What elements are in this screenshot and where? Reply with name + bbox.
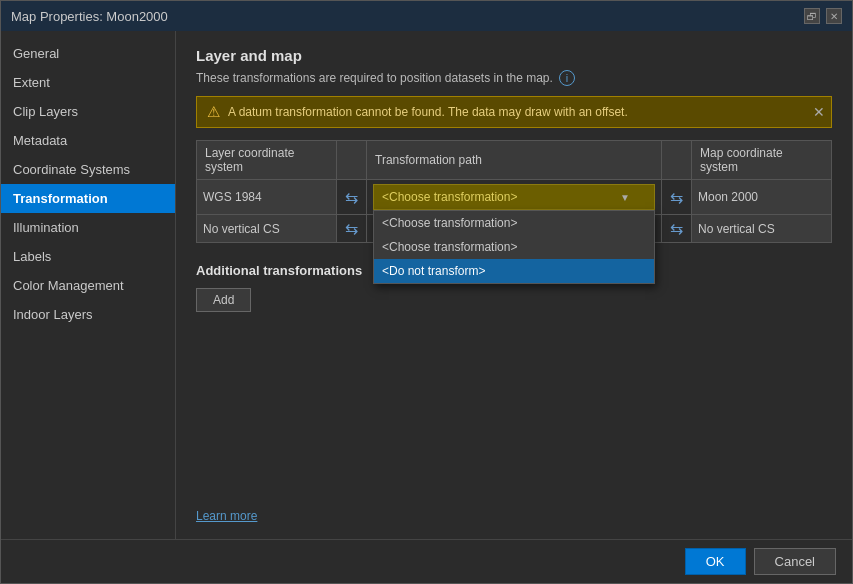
minimize-button[interactable]: 🗗 — [804, 8, 820, 24]
cancel-button[interactable]: Cancel — [754, 548, 836, 575]
learn-more-link[interactable]: Learn more — [196, 509, 257, 523]
sidebar-item-metadata[interactable]: Metadata — [1, 126, 175, 155]
sidebar-item-extent[interactable]: Extent — [1, 68, 175, 97]
col-layer-cs: Layer coordinate system — [197, 141, 337, 180]
sidebar-item-labels[interactable]: Labels — [1, 242, 175, 271]
dropdown-option-3[interactable]: <Do not transform> — [374, 259, 654, 283]
dropdown-menu: <Choose transformation> <Choose transfor… — [373, 210, 655, 284]
warning-icon: ⚠ — [207, 103, 220, 121]
section-title: Layer and map — [196, 47, 832, 64]
add-button[interactable]: Add — [196, 288, 251, 312]
warning-banner: ⚠ A datum transformation cannot be found… — [196, 96, 832, 128]
close-button[interactable]: ✕ — [826, 8, 842, 24]
section-desc-text: These transformations are required to po… — [196, 71, 553, 85]
sidebar-item-indoor-layers[interactable]: Indoor Layers — [1, 300, 175, 329]
title-bar: Map Properties: Moon2000 🗗 ✕ — [1, 1, 852, 31]
sidebar: General Extent Clip Layers Metadata Coor… — [1, 31, 176, 539]
col-map-cs: Map coordinate system — [692, 141, 832, 180]
dialog-body: General Extent Clip Layers Metadata Coor… — [1, 31, 852, 539]
row1-map-cs: Moon 2000 — [692, 180, 832, 215]
sidebar-item-color-management[interactable]: Color Management — [1, 271, 175, 300]
dialog: Map Properties: Moon2000 🗗 ✕ General Ext… — [0, 0, 853, 584]
sidebar-item-general[interactable]: General — [1, 39, 175, 68]
table-row-1: WGS 1984 ⇆ <Choose transformation> ▼ <Ch… — [197, 180, 832, 215]
warning-close-button[interactable]: ✕ — [813, 104, 825, 120]
title-bar-controls: 🗗 ✕ — [804, 8, 842, 24]
row1-arrow-left: ⇆ — [337, 180, 367, 215]
transformation-dropdown-container: <Choose transformation> ▼ <Choose transf… — [373, 184, 655, 210]
dialog-title: Map Properties: Moon2000 — [11, 9, 168, 24]
info-icon[interactable]: i — [559, 70, 575, 86]
main-content: Layer and map These transformations are … — [176, 31, 852, 539]
dialog-footer: OK Cancel — [1, 539, 852, 583]
row2-arrow-left: ⇆ — [337, 215, 367, 243]
row2-arrow-right: ⇆ — [662, 215, 692, 243]
sidebar-item-clip-layers[interactable]: Clip Layers — [1, 97, 175, 126]
transformation-dropdown[interactable]: <Choose transformation> ▼ — [373, 184, 655, 210]
dropdown-option-1[interactable]: <Choose transformation> — [374, 211, 654, 235]
col-arrow-header — [337, 141, 367, 180]
sidebar-item-illumination[interactable]: Illumination — [1, 213, 175, 242]
col-transformation-path: Transformation path — [367, 141, 662, 180]
dropdown-selected-value: <Choose transformation> — [382, 190, 517, 204]
dropdown-option-2[interactable]: <Choose transformation> — [374, 235, 654, 259]
sidebar-item-coordinate-systems[interactable]: Coordinate Systems — [1, 155, 175, 184]
transformation-table: Layer coordinate system Transformation p… — [196, 140, 832, 243]
warning-text: A datum transformation cannot be found. … — [228, 105, 628, 119]
ok-button[interactable]: OK — [685, 548, 746, 575]
row1-transformation-path-cell: <Choose transformation> ▼ <Choose transf… — [367, 180, 662, 215]
section-description: These transformations are required to po… — [196, 70, 832, 86]
dropdown-arrow-icon: ▼ — [620, 192, 630, 203]
row2-layer-cs: No vertical CS — [197, 215, 337, 243]
col-arrow-header2 — [662, 141, 692, 180]
sidebar-item-transformation[interactable]: Transformation — [1, 184, 175, 213]
row1-layer-cs: WGS 1984 — [197, 180, 337, 215]
row2-map-cs: No vertical CS — [692, 215, 832, 243]
row1-arrow-right: ⇆ — [662, 180, 692, 215]
